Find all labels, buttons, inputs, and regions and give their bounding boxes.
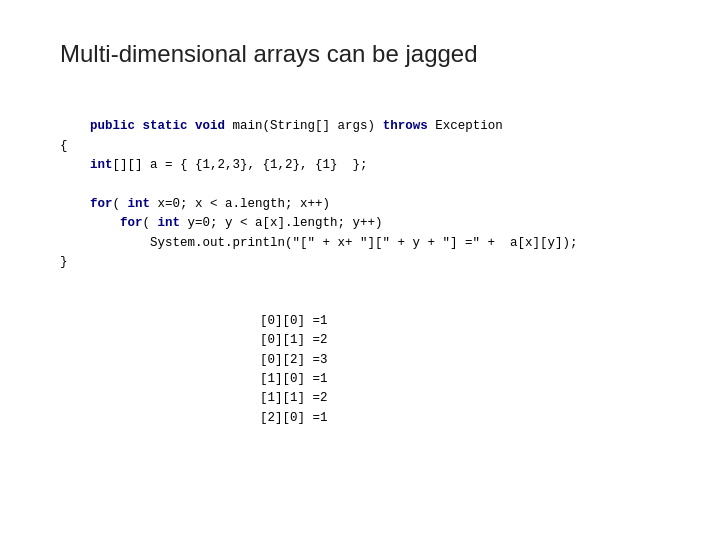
output-line-4: [1][0] =1 <box>260 370 660 389</box>
code-block: public static void main(String[] args) t… <box>60 98 660 292</box>
output-line-1: [0][0] =1 <box>260 312 660 331</box>
code-line-8: } <box>60 255 68 269</box>
code-line-6: for( int y=0; y < a[x].length; y++) <box>60 216 383 230</box>
code-line-7: System.out.println("[" + x+ "][" + y + "… <box>60 236 578 250</box>
output-line-5: [1][1] =2 <box>260 389 660 408</box>
output-line-6: [2][0] =1 <box>260 409 660 428</box>
output-section: [0][0] =1 [0][1] =2 [0][2] =3 [1][0] =1 … <box>260 312 660 428</box>
code-line-2: { <box>60 139 68 153</box>
code-line-5: for( int x=0; x < a.length; x++) <box>60 197 330 211</box>
slide-title: Multi-dimensional arrays can be jagged <box>60 40 660 68</box>
output-line-2: [0][1] =2 <box>260 331 660 350</box>
output-line-3: [0][2] =3 <box>260 351 660 370</box>
code-line-3: int[][] a = { {1,2,3}, {1,2}, {1} }; <box>60 158 368 172</box>
page-container: Multi-dimensional arrays can be jagged p… <box>0 0 720 540</box>
code-line-1: public static void main(String[] args) t… <box>90 119 503 133</box>
